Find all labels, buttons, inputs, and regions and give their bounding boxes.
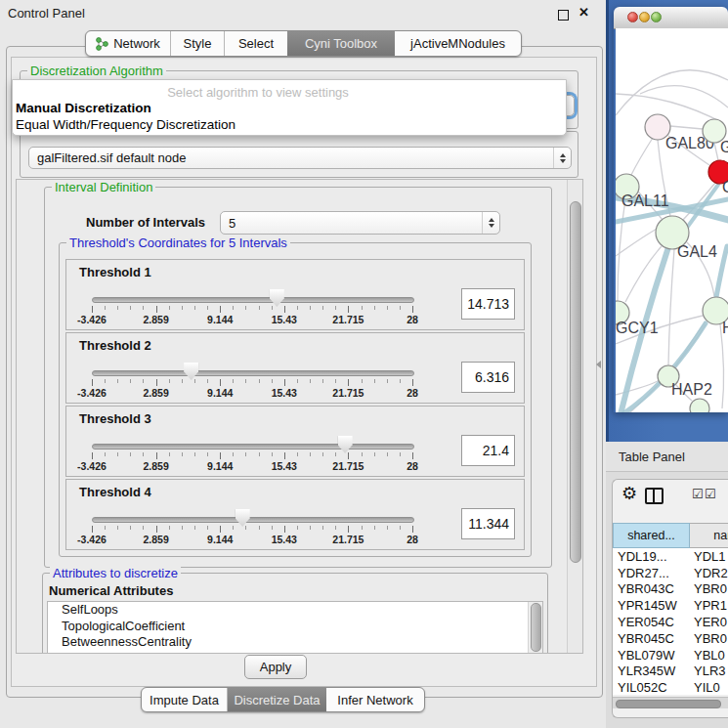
slider-thumb[interactable] <box>184 363 198 380</box>
zoom-traffic-light[interactable] <box>651 12 662 22</box>
checkbox-icon[interactable]: ☑ <box>705 487 716 501</box>
slider-tick <box>143 452 144 456</box>
cell-shared-name[interactable]: YDL19... <box>613 549 690 564</box>
threshold-value-field[interactable]: 21.4 <box>461 435 515 466</box>
close-icon[interactable]: ✕ <box>578 5 589 20</box>
threshold-slider[interactable] <box>92 297 414 303</box>
threshold-slider[interactable] <box>92 370 414 376</box>
settings-scrollbar[interactable] <box>567 180 582 653</box>
tab-network[interactable]: Network <box>86 31 171 56</box>
cell-shared-name[interactable]: YBL079W <box>613 648 690 663</box>
checkbox-icon[interactable]: ☑ <box>692 487 704 501</box>
slider-scale-label: 21.715 <box>332 314 364 325</box>
slider-tick <box>362 379 363 383</box>
tab-select[interactable]: Select <box>225 31 287 56</box>
network-canvas[interactable]: GAL80GACGAL11GAL4GCY1HHAP2 <box>616 28 728 412</box>
table-row[interactable]: YDL19...YDL1 <box>613 548 728 565</box>
cell-name[interactable]: YDL1 <box>690 549 728 564</box>
close-traffic-light[interactable] <box>627 12 638 22</box>
attribute-list-item[interactable]: BetweennessCentrality <box>48 634 542 651</box>
tab-jactivemnodules[interactable]: jActiveMNodules <box>395 31 521 56</box>
cell-shared-name[interactable]: YLR345W <box>613 664 690 678</box>
group-title: Interval Definition <box>52 180 155 194</box>
slider-tick <box>400 452 401 456</box>
attribute-list-item[interactable]: TopologicalCoefficient <box>48 619 542 635</box>
attribute-list-item[interactable]: SelfLoops <box>48 602 542 619</box>
threshold-slider[interactable] <box>92 517 414 523</box>
table-hscrollbar-thumb[interactable] <box>616 700 721 708</box>
threshold-slider[interactable] <box>92 444 414 450</box>
slider-tick <box>272 452 273 456</box>
cell-name[interactable]: YIL0 <box>690 680 728 695</box>
slider-thumb[interactable] <box>236 509 250 527</box>
cell-shared-name[interactable]: YER054C <box>613 615 690 629</box>
list-scrollbar-thumb[interactable] <box>531 603 541 652</box>
cell-name[interactable]: YER0 <box>690 615 728 629</box>
threshold-panel: Threshold 2 -3.4262.8599.14415.4321.7152… <box>65 332 525 404</box>
table-hscrollbar[interactable] <box>613 697 728 708</box>
tab-cyni-toolbox[interactable]: Cyni Toolbox <box>287 31 395 56</box>
cell-name[interactable]: YBR0 <box>690 581 728 596</box>
gear-icon[interactable]: ⚙ <box>621 483 637 504</box>
table-row[interactable]: YBR043CYBR0 <box>613 581 728 598</box>
slider-scale-label: 28 <box>407 314 418 325</box>
slider-tick <box>374 526 375 530</box>
settings-scrollbar-thumb[interactable] <box>570 201 581 563</box>
threshold-value-field[interactable]: 14.713 <box>461 288 515 320</box>
cell-shared-name[interactable]: YDR27... <box>613 566 690 580</box>
slider-tick <box>182 452 183 456</box>
slider-thumb[interactable] <box>270 289 284 307</box>
popup-item-equal-width[interactable]: Equal Width/Frequency Discretization <box>16 117 236 132</box>
slider-tick <box>297 306 298 310</box>
list-scrollbar[interactable] <box>528 602 542 653</box>
tab-discretize-data[interactable]: Discretize Data <box>228 688 326 711</box>
tab-style[interactable]: Style <box>171 31 225 56</box>
slider-tick <box>194 306 195 310</box>
minimize-traffic-light[interactable] <box>639 12 650 22</box>
column-header-name[interactable]: name <box>690 523 728 548</box>
float-window-icon[interactable] <box>558 10 569 21</box>
cell-name[interactable]: YBL0 <box>690 648 728 663</box>
table-row[interactable]: YER054CYER0 <box>613 614 728 630</box>
threshold-label: Threshold 3 <box>79 411 151 426</box>
threshold-value-field[interactable]: 6.316 <box>461 362 515 393</box>
slider-tick <box>387 526 388 530</box>
popup-item-manual-discretization[interactable]: Manual Discretization <box>16 101 151 115</box>
slider-tick <box>182 306 183 310</box>
cell-name[interactable]: YDR2 <box>690 566 728 580</box>
splitpane-grip[interactable] <box>596 361 601 368</box>
table-row[interactable]: YBL079WYBL0 <box>613 647 728 664</box>
slider-tick <box>374 452 375 456</box>
cell-name[interactable]: YBR0 <box>690 631 728 646</box>
slider-scale-label: 15.43 <box>272 460 297 472</box>
cell-shared-name[interactable]: YBR043C <box>613 581 690 596</box>
tab-label: Network <box>113 36 160 51</box>
network-window-titlebar[interactable] <box>614 7 728 29</box>
cell-name[interactable]: YLR3 <box>690 664 728 678</box>
tab-label: Infer Network <box>337 693 412 707</box>
cell-shared-name[interactable]: YIL052C <box>613 680 690 695</box>
slider-tick <box>130 306 131 310</box>
cell-shared-name[interactable]: YBR045C <box>613 631 690 646</box>
column-header-shared-name[interactable]: shared... <box>613 523 690 548</box>
network-node[interactable] <box>690 399 709 412</box>
num-intervals-combobox[interactable]: 5 <box>220 211 500 235</box>
slider-thumb[interactable] <box>338 436 353 453</box>
popup-prompt: Select algorithm to view settings <box>13 85 503 100</box>
table-row[interactable]: YPR145WYPR1 <box>613 597 728 614</box>
cell-name[interactable]: YPR1 <box>690 598 728 613</box>
table-data-combobox[interactable]: galFiltered.sif default node <box>28 147 572 169</box>
threshold-value-field[interactable]: 11.344 <box>461 508 515 539</box>
apply-button[interactable]: Apply <box>244 655 307 679</box>
table-row[interactable]: YDR27...YDR2 <box>613 565 728 581</box>
tab-infer-network[interactable]: Infer Network <box>326 688 424 711</box>
slider-tick <box>272 306 273 310</box>
table-row[interactable]: YBR045CYBR0 <box>613 630 728 647</box>
table-row[interactable]: YIL052CYIL0 <box>613 679 728 695</box>
screen: Control Panel ✕ Network Style Select Cyn… <box>0 0 728 728</box>
tab-impute-data[interactable]: Impute Data <box>142 688 228 711</box>
group-title: Attributes to discretize <box>50 566 181 580</box>
cell-shared-name[interactable]: YPR145W <box>613 598 690 613</box>
table-row[interactable]: YLR345WYLR3 <box>613 664 728 680</box>
column-layout-icon[interactable] <box>645 488 664 504</box>
